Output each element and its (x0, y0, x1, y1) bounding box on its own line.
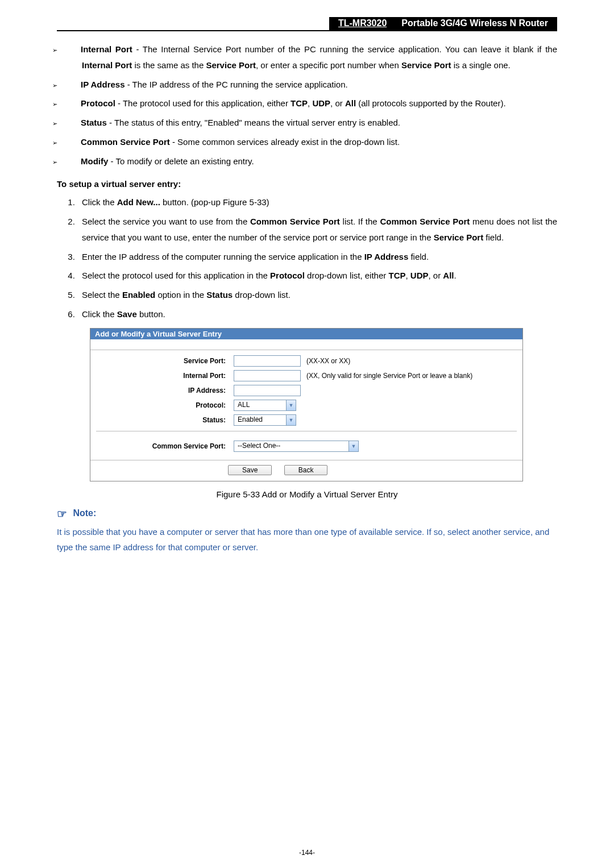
bullet-internal-port: Internal Port - The Internal Service Por… (67, 41, 557, 73)
step-1: Click the Add New... button. (pop-up Fig… (77, 194, 557, 210)
note-body: It is possible that you have a computer … (57, 524, 557, 556)
bullet-text: - Some common services already exist in … (172, 137, 400, 147)
step-6: Click the Save button. (77, 306, 557, 322)
row-internal-port: Internal Port: (XX, Only valid for singl… (96, 368, 517, 383)
bullet-text: - To modify or delete an existing entry. (111, 156, 254, 166)
chevron-down-icon: ▼ (286, 415, 296, 425)
hint-internal-port: (XX, Only valid for single Service Port … (306, 372, 472, 380)
label-common-service-port: Common Service Port: (96, 442, 234, 450)
row-common-service-port: Common Service Port: --Select One-- ▼ (96, 435, 517, 458)
bullet-text: - The Internal Service Port number of th… (82, 44, 557, 70)
bullet-ip-address: IP Address - The IP address of the PC ru… (67, 77, 557, 93)
setup-heading: To setup a virtual server entry: (57, 179, 557, 189)
setup-steps: Click the Add New... button. (pop-up Fig… (57, 194, 557, 322)
step-5: Select the Enabled option in the Status … (77, 287, 557, 303)
select-protocol-value: ALL (234, 400, 286, 410)
bullet-common-service-port: Common Service Port - Some common servic… (67, 134, 557, 150)
select-status[interactable]: Enabled ▼ (234, 414, 296, 426)
label-service-port: Service Port: (96, 357, 234, 365)
bullet-text: - The status of this entry, "Enabled" me… (109, 118, 400, 127)
definition-list: Internal Port - The Internal Service Por… (67, 41, 557, 169)
input-service-port[interactable] (234, 355, 301, 367)
note-heading: ☞ Note: (57, 507, 557, 521)
hand-point-icon: ☞ (57, 508, 67, 520)
bullet-protocol: Protocol - The protocol used for this ap… (67, 95, 557, 111)
bullet-modify: Modify - To modify or delete an existing… (67, 153, 557, 169)
label-status: Status: (96, 416, 234, 424)
label-internal-port: Internal Port: (96, 372, 234, 380)
header-model: TL-MR3020 (329, 17, 396, 30)
label-protocol: Protocol: (96, 401, 234, 409)
row-protocol: Protocol: ALL ▼ (96, 398, 517, 413)
step-4: Select the protocol used for this applic… (77, 268, 557, 284)
header-title: Portable 3G/4G Wireless N Router (396, 17, 557, 30)
bullet-text: - The IP address of the PC running the s… (127, 80, 348, 89)
save-button[interactable]: Save (228, 465, 272, 475)
step-2: Select the service you want to use from … (77, 214, 557, 246)
hint-service-port: (XX-XX or XX) (306, 357, 350, 365)
input-ip-address[interactable] (234, 385, 301, 396)
step-3: Enter the IP address of the computer run… (77, 249, 557, 265)
figure-caption: Figure 5-33 Add or Modify a Virtual Serv… (57, 489, 557, 499)
note-label: Note: (73, 508, 96, 518)
select-protocol[interactable]: ALL ▼ (234, 400, 296, 411)
bullet-text: - The protocol used for this application… (118, 98, 506, 108)
page-container: TL-MR3020 Portable 3G/4G Wireless N Rout… (0, 0, 614, 868)
input-internal-port[interactable] (234, 370, 301, 381)
select-status-value: Enabled (234, 415, 286, 425)
figure-title: Add or Modify a Virtual Server Entry (90, 329, 522, 339)
row-ip-address: IP Address: (96, 383, 517, 398)
row-status: Status: Enabled ▼ (96, 413, 517, 427)
figure-buttons: Save Back (90, 460, 522, 481)
label-ip-address: IP Address: (96, 387, 234, 394)
select-common-service-port[interactable]: --Select One-- ▼ (234, 441, 359, 452)
page-header: TL-MR3020 Portable 3G/4G Wireless N Rout… (57, 17, 557, 31)
figure-panel: Add or Modify a Virtual Server Entry Ser… (90, 328, 523, 481)
select-csp-value: --Select One-- (234, 441, 349, 451)
chevron-down-icon: ▼ (286, 400, 296, 410)
page-number: -144- (0, 849, 614, 857)
back-button[interactable]: Back (284, 465, 328, 475)
bullet-status: Status - The status of this entry, "Enab… (67, 115, 557, 131)
chevron-down-icon: ▼ (349, 441, 358, 451)
row-service-port: Service Port: (XX-XX or XX) (96, 354, 517, 368)
